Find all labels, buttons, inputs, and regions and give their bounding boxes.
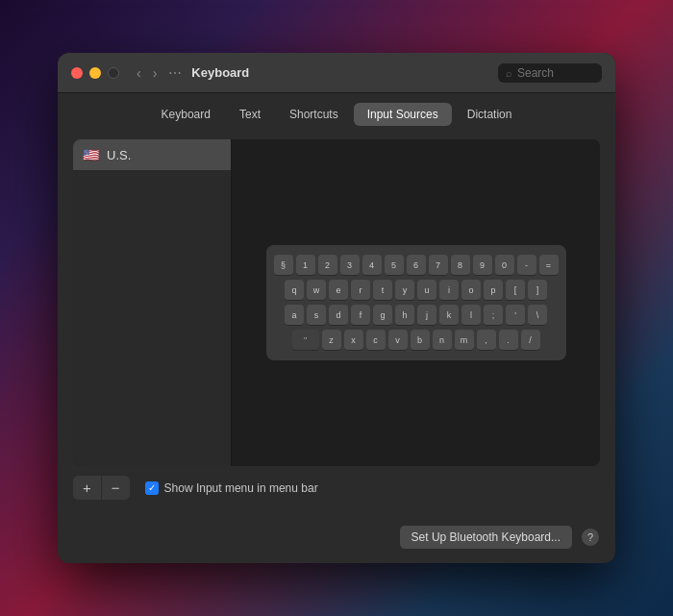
key: t [373, 280, 392, 301]
flag-icon: 🇺🇸 [83, 147, 99, 162]
key: - [517, 255, 536, 276]
key: d [329, 305, 348, 326]
close-button[interactable] [71, 67, 83, 79]
key: ; [484, 305, 503, 326]
key: 2 [318, 255, 337, 276]
key: g [373, 305, 392, 326]
key: o [461, 280, 481, 301]
key: a [285, 305, 304, 326]
show-input-menu-checkbox[interactable]: ✓ [145, 481, 159, 495]
key: s [307, 305, 326, 326]
language-list: 🇺🇸 U.S. [73, 139, 232, 466]
key: 3 [340, 255, 360, 276]
window-title: Keyboard [191, 65, 498, 80]
search-input[interactable] [517, 66, 594, 80]
key: ' [506, 305, 525, 326]
search-bar[interactable]: ⌕ [498, 63, 602, 83]
tab-shortcuts[interactable]: Shortcuts [276, 103, 352, 126]
main-window: ‹ › ⋯ Keyboard ⌕ Keyboard Text Shortcuts… [58, 53, 615, 563]
key: e [329, 280, 348, 301]
footer: Set Up Bluetooth Keyboard... ? [58, 515, 615, 563]
key: j [417, 305, 436, 326]
key: i [439, 280, 459, 301]
key: u [417, 280, 436, 301]
key: c [366, 330, 386, 351]
key: 4 [362, 255, 382, 276]
key: 9 [473, 255, 492, 276]
key: = [539, 255, 559, 276]
tab-input-sources[interactable]: Input Sources [354, 103, 452, 126]
key-row-2: q w e r t y u i o p [ ] [274, 280, 559, 301]
key: [ [506, 280, 525, 301]
forward-button[interactable]: › [149, 63, 162, 83]
key: / [521, 330, 540, 351]
key: \ [528, 305, 547, 326]
list-item[interactable]: 🇺🇸 U.S. [73, 139, 231, 170]
key: 5 [385, 255, 404, 276]
show-input-menu-label: Show Input menu in menu bar [164, 481, 318, 495]
key: n [433, 330, 452, 351]
key: p [484, 280, 503, 301]
key: 8 [451, 255, 470, 276]
key: 0 [495, 255, 514, 276]
remove-language-button[interactable]: − [102, 476, 130, 500]
key: w [307, 280, 326, 301]
key: § [274, 255, 293, 276]
nav-buttons: ‹ › [133, 63, 161, 83]
key-row-1: § 1 2 3 4 5 6 7 8 9 0 - = [274, 255, 559, 276]
key: , [477, 330, 496, 351]
key: b [411, 330, 430, 351]
key: y [395, 280, 414, 301]
content-area: 🇺🇸 U.S. § 1 2 3 4 5 6 7 [58, 126, 615, 515]
key: x [344, 330, 363, 351]
key: l [461, 305, 481, 326]
traffic-lights [71, 67, 119, 79]
search-icon: ⌕ [506, 67, 512, 79]
add-remove-group: + − [73, 476, 130, 500]
key: k [439, 305, 459, 326]
keyboard-layout: § 1 2 3 4 5 6 7 8 9 0 - = [266, 245, 566, 360]
tab-keyboard[interactable]: Keyboard [148, 103, 224, 126]
bottom-controls: + − ✓ Show Input menu in menu bar [73, 476, 600, 500]
tab-dictation[interactable]: Dictation [454, 103, 526, 126]
maximize-button[interactable] [108, 67, 119, 79]
key: m [455, 330, 474, 351]
key: ] [528, 280, 547, 301]
help-button[interactable]: ? [581, 528, 600, 547]
minimize-button[interactable] [89, 67, 101, 79]
lang-name: U.S. [107, 148, 131, 162]
tabs-bar: Keyboard Text Shortcuts Input Sources Di… [58, 93, 615, 126]
show-input-menu-row: ✓ Show Input menu in menu bar [145, 481, 318, 495]
key: h [395, 305, 414, 326]
setup-bluetooth-button[interactable]: Set Up Bluetooth Keyboard... [399, 525, 573, 550]
key: 7 [429, 255, 448, 276]
key: " [292, 330, 319, 351]
add-language-button[interactable]: + [73, 476, 102, 500]
key: v [388, 330, 408, 351]
keyboard-preview: § 1 2 3 4 5 6 7 8 9 0 - = [232, 139, 600, 466]
checkmark-icon: ✓ [148, 483, 156, 493]
key-row-3: a s d f g h j k l ; ' \ [274, 305, 559, 326]
tab-text[interactable]: Text [226, 103, 274, 126]
key: q [285, 280, 304, 301]
main-panel: 🇺🇸 U.S. § 1 2 3 4 5 6 7 [73, 139, 600, 466]
key: 1 [296, 255, 315, 276]
key: r [351, 280, 370, 301]
key-row-4: " z x c v b n m , . / [274, 330, 559, 351]
key: 6 [407, 255, 426, 276]
grid-icon: ⋯ [168, 65, 182, 81]
key: . [499, 330, 518, 351]
back-button[interactable]: ‹ [133, 63, 145, 83]
key: z [322, 330, 341, 351]
key: f [351, 305, 370, 326]
titlebar: ‹ › ⋯ Keyboard ⌕ [58, 53, 615, 93]
